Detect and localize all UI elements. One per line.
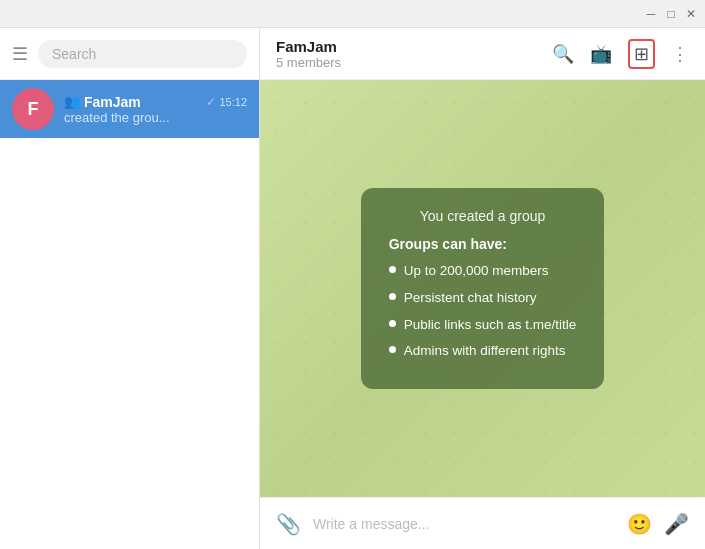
messages-area: You created a group Groups can have: Up … [260, 80, 705, 497]
message-input-area: 📎 🙂 🎤 [260, 497, 705, 549]
list-item: Admins with different rights [389, 342, 577, 361]
check-mark-icon: ✓ [206, 95, 216, 109]
minimize-button[interactable]: ─ [645, 8, 657, 20]
avatar: F [12, 88, 54, 130]
bullet-icon [389, 293, 396, 300]
list-item-text: Persistent chat history [404, 289, 537, 308]
search-placeholder: Search [52, 46, 96, 62]
list-item-text: Admins with different rights [404, 342, 566, 361]
chat-name: FamJam [84, 94, 141, 110]
chat-info: 👥 FamJam ✓ 15:12 created the grou... [64, 94, 247, 125]
chat-item-famjam[interactable]: F 👥 FamJam ✓ 15:12 created the grou... [0, 80, 259, 138]
info-card-title: You created a group [389, 208, 577, 224]
list-item: Public links such as t.me/title [389, 316, 577, 335]
chat-header: FamJam 5 members 🔍 📺 ⊞ ⋮ [260, 28, 705, 80]
chat-preview: created the grou... [64, 110, 247, 125]
maximize-button[interactable]: □ [665, 8, 677, 20]
sidebar-header: ☰ Search [0, 28, 259, 80]
info-card: You created a group Groups can have: Up … [361, 188, 605, 390]
chat-header-info: FamJam 5 members [276, 38, 552, 70]
chat-list: F 👥 FamJam ✓ 15:12 created the grou... [0, 80, 259, 549]
time-value: 15:12 [219, 96, 247, 108]
video-icon[interactable]: 📺 [590, 43, 612, 65]
list-item: Persistent chat history [389, 289, 577, 308]
chat-area: FamJam 5 members 🔍 📺 ⊞ ⋮ You created a g… [260, 28, 705, 549]
info-list: Up to 200,000 members Persistent chat hi… [389, 262, 577, 362]
info-card-subtitle: Groups can have: [389, 236, 577, 252]
list-item: Up to 200,000 members [389, 262, 577, 281]
app-container: ☰ Search F 👥 FamJam ✓ 15:12 creat [0, 28, 705, 549]
search-header-icon[interactable]: 🔍 [552, 43, 574, 65]
attach-icon[interactable]: 📎 [276, 512, 301, 536]
panel-icon[interactable]: ⊞ [628, 39, 655, 69]
search-box[interactable]: Search [38, 40, 247, 68]
bullet-icon [389, 320, 396, 327]
close-button[interactable]: ✕ [685, 8, 697, 20]
chat-time: ✓ 15:12 [206, 95, 247, 109]
more-icon[interactable]: ⋮ [671, 43, 689, 65]
message-input[interactable] [313, 516, 615, 532]
hamburger-icon[interactable]: ☰ [12, 43, 28, 65]
chat-name-row: 👥 FamJam ✓ 15:12 [64, 94, 247, 110]
sidebar: ☰ Search F 👥 FamJam ✓ 15:12 creat [0, 28, 260, 549]
list-item-text: Public links such as t.me/title [404, 316, 577, 335]
title-bar: ─ □ ✕ [0, 0, 705, 28]
group-icon: 👥 [64, 94, 80, 109]
bullet-icon [389, 346, 396, 353]
bullet-icon [389, 266, 396, 273]
list-item-text: Up to 200,000 members [404, 262, 549, 281]
chat-header-actions: 🔍 📺 ⊞ ⋮ [552, 39, 689, 69]
chat-header-members: 5 members [276, 55, 552, 70]
chat-header-name[interactable]: FamJam [276, 38, 552, 55]
mic-icon[interactable]: 🎤 [664, 512, 689, 536]
emoji-icon[interactable]: 🙂 [627, 512, 652, 536]
